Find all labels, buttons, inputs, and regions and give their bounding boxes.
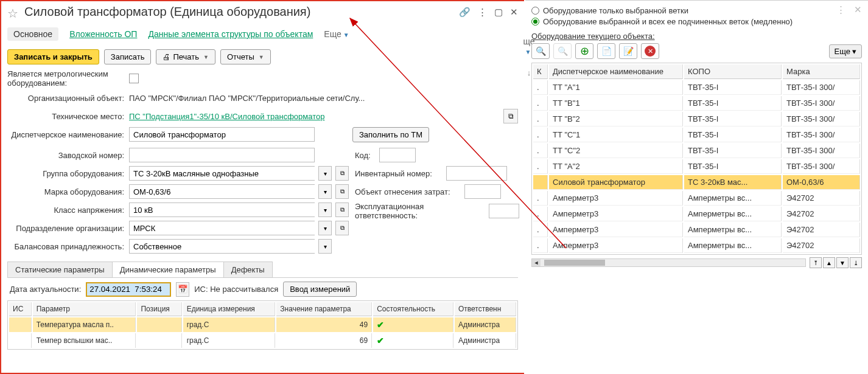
- link-icon[interactable]: 🔗: [459, 7, 471, 18]
- tp-open-button[interactable]: ⧉: [503, 109, 518, 123]
- radio-selected-branch[interactable]: Оборудование только выбранной ветки: [531, 6, 793, 15]
- equip-row[interactable]: .ТТ "В"1ТВТ-35-IТВТ-35-I 300/: [533, 96, 860, 111]
- equip-row[interactable]: .ТТ "С"2ТВТ-35-IТВТ-35-I 300/: [533, 144, 860, 158]
- scroll-thumb[interactable]: [544, 260, 605, 266]
- group-input[interactable]: [129, 166, 315, 181]
- cost-input[interactable]: [464, 184, 501, 199]
- group-dropdown-button[interactable]: ▾: [318, 166, 332, 181]
- mark-label: Марка оборудования:: [7, 187, 129, 196]
- params-col-header[interactable]: Единица измерения: [183, 302, 276, 316]
- equip-col-header[interactable]: Марка: [783, 64, 860, 79]
- equip-row[interactable]: .Амперметр3Амперметры вс...Э42702: [533, 191, 860, 206]
- nav-down-button[interactable]: ▼: [836, 257, 849, 268]
- serial-input[interactable]: [129, 148, 315, 162]
- save-close-button[interactable]: Записать и закрыть: [7, 49, 99, 64]
- reports-button[interactable]: Отчеты▼: [220, 49, 271, 64]
- equip-row[interactable]: .Амперметр3Амперметры вс...Э42702: [533, 223, 860, 237]
- nav-up-button[interactable]: ▲: [823, 257, 835, 268]
- params-col-header[interactable]: Ответственн: [455, 302, 516, 316]
- tab-main[interactable]: Основное: [7, 27, 58, 41]
- printer-icon: 🖨: [163, 52, 170, 61]
- params-row[interactable]: Темпер вспышки мас..град.С69✔Администра: [9, 333, 516, 348]
- voltage-dropdown-button[interactable]: ▾: [318, 203, 332, 217]
- group-label: Группа оборудования:: [7, 169, 129, 178]
- resp-input[interactable]: [489, 204, 519, 218]
- search-cancel-button[interactable]: 🔍: [553, 43, 572, 59]
- voltage-input[interactable]: [129, 203, 315, 217]
- search-button[interactable]: 🔍: [531, 43, 550, 59]
- section-title: Оборудование текущего объекта:: [531, 32, 862, 41]
- horizontal-scrollbar[interactable]: ◄: [531, 258, 806, 267]
- right-more-icon[interactable]: ⋮: [836, 4, 845, 15]
- relevance-date-input[interactable]: [86, 282, 171, 297]
- disp-name-input[interactable]: [129, 127, 315, 142]
- dept-open-button[interactable]: ⧉: [335, 221, 349, 235]
- dept-label: Подразделение организации:: [7, 224, 129, 233]
- equip-col-header[interactable]: К: [533, 64, 548, 79]
- params-col-header[interactable]: Состоятельность: [373, 302, 453, 316]
- metrological-checkbox[interactable]: [129, 74, 139, 83]
- sub-tab-static[interactable]: Статические параметры: [7, 261, 113, 277]
- group-open-button[interactable]: ⧉: [335, 166, 349, 181]
- params-table: ИСПараметрПозицияЕдиница измеренияЗначен…: [7, 300, 518, 350]
- params-col-header[interactable]: Параметр: [33, 302, 136, 316]
- equip-row[interactable]: .ТТ "А"2ТВТ-35-IТВТ-35-I 300/: [533, 159, 860, 174]
- metrological-label: Является метрологическим оборудованием:: [7, 69, 129, 88]
- voltage-open-button[interactable]: ⧉: [335, 203, 349, 217]
- inv-input[interactable]: [446, 166, 507, 181]
- is-label: ИС: Не рассчитывался: [194, 285, 278, 294]
- input-measurements-button[interactable]: Ввод измерений: [283, 282, 357, 297]
- balance-label: Балансовая принадлежность:: [7, 242, 129, 251]
- params-row[interactable]: Температура масла п..град.С49✔Администра: [9, 317, 516, 332]
- list-more-button[interactable]: Еще▾: [829, 44, 862, 58]
- equipment-table[interactable]: КДиспетчерское наименованиеКОПОМарка .ТТ…: [531, 63, 862, 255]
- print-button[interactable]: 🖨Печать▼: [156, 49, 215, 64]
- equip-col-header[interactable]: Диспетчерское наименование: [549, 64, 683, 79]
- equip-row[interactable]: Силовой трансформаторТС 3-20кВ мас...ОМ-…: [533, 175, 860, 190]
- code-input[interactable]: [379, 148, 416, 162]
- mark-dropdown-button[interactable]: ▾: [318, 184, 332, 199]
- equip-row[interactable]: .ТТ "В"2ТВТ-35-IТВТ-35-I 300/: [533, 112, 860, 126]
- nav-first-button[interactable]: ⤒: [810, 257, 822, 268]
- mark-input[interactable]: [129, 184, 315, 199]
- equip-row[interactable]: .Амперметр3Амперметры вс...Э42702: [533, 207, 860, 221]
- calendar-button[interactable]: 📅: [176, 282, 189, 297]
- params-col-header[interactable]: ИС: [9, 302, 32, 316]
- tab-nesting[interactable]: Вложенность ОП: [69, 29, 137, 39]
- favorite-star-icon[interactable]: ☆: [7, 6, 19, 18]
- save-button[interactable]: Записать: [104, 49, 152, 64]
- radio-all-branches[interactable]: Оборудование выбранной и всех ее подчине…: [531, 17, 793, 26]
- balance-dropdown-button[interactable]: ▾: [318, 239, 332, 254]
- add-button[interactable]: ⊕: [575, 43, 593, 59]
- form-tabs: Основное Вложенность ОП Данные элемента …: [7, 24, 518, 44]
- copy-button[interactable]: 📄: [597, 43, 615, 59]
- balance-input[interactable]: [129, 239, 315, 254]
- magnifier-off-icon: 🔍: [558, 46, 568, 56]
- mark-open-button[interactable]: ⧉: [335, 184, 349, 199]
- close-icon[interactable]: ✕: [510, 7, 518, 18]
- equip-row[interactable]: .ТТ "А"1ТВТ-35-IТВТ-35-I 300/: [533, 80, 860, 95]
- equipment-form-panel: ☆ Силовой трансформатор (Единица оборудо…: [0, 0, 525, 374]
- tabs-more[interactable]: Еще▼: [324, 29, 349, 39]
- params-col-header[interactable]: Позиция: [137, 302, 181, 316]
- more-menu-icon[interactable]: ⋮: [478, 7, 487, 18]
- sub-tab-dynamic[interactable]: Динамические параметры: [112, 261, 224, 277]
- new-doc-icon: 📝: [623, 46, 634, 56]
- nav-last-button[interactable]: ⤓: [850, 257, 862, 268]
- dept-dropdown-button[interactable]: ▾: [318, 221, 332, 235]
- tp-link[interactable]: ПС "Подстанция1"-35/10 кВ/Силовой трансф…: [129, 112, 324, 121]
- fill-from-tm-button[interactable]: Заполнить по ТМ: [352, 127, 429, 142]
- create-button[interactable]: 📝: [619, 43, 637, 59]
- date-label: Дата актуальности:: [10, 285, 81, 294]
- equip-col-header[interactable]: КОПО: [684, 64, 782, 79]
- delete-button[interactable]: ✕: [641, 43, 659, 59]
- dept-input[interactable]: [129, 221, 315, 235]
- equip-row[interactable]: .ТТ "С"1ТВТ-35-IТВТ-35-I 300/: [533, 128, 860, 142]
- scroll-left-arrow[interactable]: ◄: [532, 259, 541, 266]
- sub-tab-defects[interactable]: Дефекты: [223, 261, 273, 277]
- equip-row[interactable]: .Амперметр3Амперметры вс...Э42702: [533, 238, 860, 253]
- params-col-header[interactable]: Значение параметра: [276, 302, 372, 316]
- tab-structure[interactable]: Данные элемента структуры по объектам: [148, 29, 313, 39]
- maximize-icon[interactable]: ▢: [494, 7, 503, 18]
- right-close-icon[interactable]: ✕: [854, 4, 862, 15]
